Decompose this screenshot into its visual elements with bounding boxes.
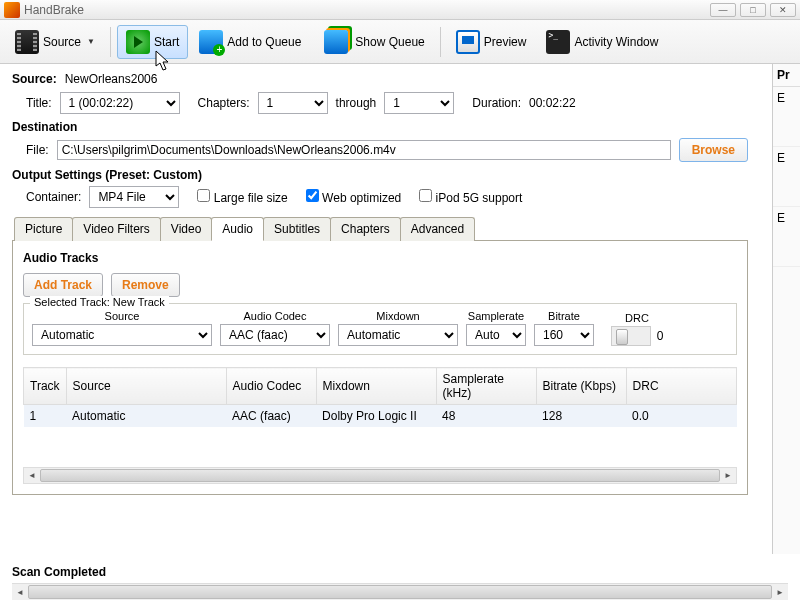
col-bitrate: Bitrate: [534, 310, 594, 322]
status-text: Scan Completed: [0, 561, 800, 583]
preset-item[interactable]: E: [773, 87, 800, 147]
col-codec: Audio Codec: [220, 310, 330, 322]
source-button[interactable]: Source ▼: [6, 25, 104, 59]
output-settings-header: Output Settings (Preset: Custom): [12, 168, 748, 182]
th-samplerate[interactable]: Samplerate (kHz): [436, 368, 536, 405]
scroll-left-icon[interactable]: ◄: [24, 468, 40, 483]
add-to-queue-label: Add to Queue: [227, 35, 301, 49]
through-label: through: [336, 96, 377, 110]
separator: [110, 27, 111, 57]
preview-label: Preview: [484, 35, 527, 49]
chapter-to-select[interactable]: 1: [384, 92, 454, 114]
container-label: Container:: [26, 190, 81, 204]
activity-window-label: Activity Window: [574, 35, 658, 49]
window-title: HandBrake: [24, 3, 710, 17]
activity-window-button[interactable]: Activity Window: [537, 25, 667, 59]
codec-select[interactable]: AAC (faac): [220, 324, 330, 346]
col-samplerate: Samplerate: [466, 310, 526, 322]
col-drc: DRC: [625, 312, 649, 324]
status-horizontal-scrollbar[interactable]: ◄ ►: [12, 583, 788, 600]
minimize-button[interactable]: —: [710, 3, 736, 17]
preset-item[interactable]: E: [773, 207, 800, 267]
dropdown-arrow-icon: ▼: [87, 37, 95, 46]
toolbar: Source ▼ Start Add to Queue Show Queue P…: [0, 20, 800, 64]
show-queue-label: Show Queue: [355, 35, 424, 49]
scroll-thumb[interactable]: [28, 585, 772, 599]
scroll-left-icon[interactable]: ◄: [12, 584, 28, 600]
selected-track-group: Selected Track: New Track Source Automat…: [23, 303, 737, 355]
ipod-5g-checkbox[interactable]: iPod 5G support: [419, 189, 522, 205]
tab-video[interactable]: Video: [160, 217, 212, 241]
show-queue-button[interactable]: Show Queue: [312, 22, 433, 62]
tab-audio[interactable]: Audio: [211, 217, 264, 241]
start-button[interactable]: Start: [117, 25, 188, 59]
tab-picture[interactable]: Picture: [14, 217, 73, 241]
tabs: Picture Video Filters Video Audio Subtit…: [12, 216, 748, 241]
separator: [440, 27, 441, 57]
tab-video-filters[interactable]: Video Filters: [72, 217, 160, 241]
presets-header: Pr: [773, 64, 800, 87]
mixdown-select[interactable]: Automatic: [338, 324, 458, 346]
tab-subtitles[interactable]: Subtitles: [263, 217, 331, 241]
container-select[interactable]: MP4 File: [89, 186, 179, 208]
th-mixdown[interactable]: Mixdown: [316, 368, 436, 405]
title-label: Title:: [26, 96, 52, 110]
tab-panel-audio: Audio Tracks Add Track Remove Selected T…: [12, 241, 748, 495]
col-mixdown: Mixdown: [338, 310, 458, 322]
th-source[interactable]: Source: [66, 368, 226, 405]
destination-header: Destination: [12, 120, 748, 134]
file-label: File:: [26, 143, 49, 157]
tab-advanced[interactable]: Advanced: [400, 217, 475, 241]
duration-label: Duration:: [472, 96, 521, 110]
tab-chapters[interactable]: Chapters: [330, 217, 401, 241]
audio-tracks-table: Track Source Audio Codec Mixdown Sampler…: [23, 367, 737, 427]
scroll-right-icon[interactable]: ►: [772, 584, 788, 600]
chapter-from-select[interactable]: 1: [258, 92, 328, 114]
maximize-button[interactable]: □: [740, 3, 766, 17]
source-label: Source: [43, 35, 81, 49]
web-optimized-checkbox[interactable]: Web optimized: [306, 189, 402, 205]
start-label: Start: [154, 35, 179, 49]
th-drc[interactable]: DRC: [626, 368, 736, 405]
play-icon: [126, 30, 150, 54]
add-track-button[interactable]: Add Track: [23, 273, 103, 297]
browse-button[interactable]: Browse: [679, 138, 748, 162]
col-source: Source: [32, 310, 212, 322]
source-select[interactable]: Automatic: [32, 324, 212, 346]
source-label: Source:: [12, 72, 57, 86]
source-value: NewOrleans2006: [65, 72, 158, 86]
app-icon: [4, 2, 20, 18]
audio-tracks-header: Audio Tracks: [23, 251, 737, 265]
film-icon: [15, 30, 39, 54]
add-to-queue-button[interactable]: Add to Queue: [190, 25, 310, 59]
scroll-thumb[interactable]: [40, 469, 720, 482]
show-queue-icon: [324, 30, 348, 54]
large-file-checkbox[interactable]: Large file size: [197, 189, 287, 205]
title-bar: HandBrake — □ ✕: [0, 0, 800, 20]
table-row[interactable]: 1 Automatic AAC (faac) Dolby Pro Logic I…: [24, 405, 737, 428]
th-codec[interactable]: Audio Codec: [226, 368, 316, 405]
status-bar: Scan Completed ◄ ►: [0, 561, 800, 600]
selected-track-label: Selected Track: New Track: [30, 296, 169, 308]
th-track[interactable]: Track: [24, 368, 67, 405]
scroll-right-icon[interactable]: ►: [720, 468, 736, 483]
th-bitrate[interactable]: Bitrate (Kbps): [536, 368, 626, 405]
add-queue-icon: [199, 30, 223, 54]
preview-button[interactable]: Preview: [447, 25, 536, 59]
preset-item[interactable]: E: [773, 147, 800, 207]
samplerate-select[interactable]: Auto: [466, 324, 526, 346]
chapters-label: Chapters:: [198, 96, 250, 110]
bitrate-select[interactable]: 160: [534, 324, 594, 346]
file-path-input[interactable]: [57, 140, 671, 160]
preview-icon: [456, 30, 480, 54]
presets-sidebar: Pr E E E: [772, 64, 800, 554]
table-horizontal-scrollbar[interactable]: ◄ ►: [23, 467, 737, 484]
terminal-icon: [546, 30, 570, 54]
drc-slider[interactable]: [611, 326, 651, 346]
close-button[interactable]: ✕: [770, 3, 796, 17]
title-select[interactable]: 1 (00:02:22): [60, 92, 180, 114]
content: Source: NewOrleans2006 Title: 1 (00:02:2…: [0, 64, 760, 503]
remove-track-button[interactable]: Remove: [111, 273, 180, 297]
duration-value: 00:02:22: [529, 96, 576, 110]
drc-value: 0: [657, 329, 664, 343]
